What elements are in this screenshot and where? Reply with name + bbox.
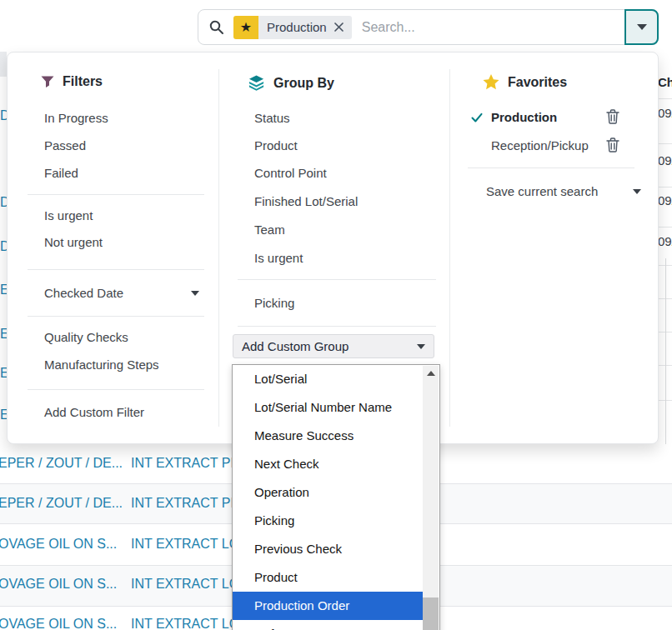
filter-checked-date[interactable]: Checked Date [44,285,199,302]
trash-icon[interactable] [606,109,619,124]
clipped-record-link[interactable]: EN [0,282,7,298]
caret-down-icon [191,291,199,296]
favorite-reception-pickup[interactable]: Reception/Pickup [491,138,589,154]
clipped-record-link[interactable]: D [0,195,7,210]
table-row-divider [657,187,672,188]
background-left-edge [0,52,7,77]
table-row-divider [657,298,672,299]
record-name-link[interactable]: OVAGE OIL ON S... [0,576,117,592]
option-lot-serial-number-name[interactable]: Lot/Serial Number Name [233,393,424,422]
menu-divider [28,316,204,317]
option-production-order[interactable]: Production Order [233,592,424,620]
clipped-record-link[interactable]: D [0,239,7,254]
groupby-team[interactable]: Team [254,222,285,238]
table-row-divider [657,365,672,366]
table-date-cell: 09/ [658,234,672,248]
favorites-title: Favorites [508,75,567,90]
table-date-cell: 09/ [658,193,672,208]
column-divider [449,69,450,427]
groupby-finished-lot-serial[interactable]: Finished Lot/Serial [254,193,358,210]
filter-is-urgent[interactable]: Is urgent [44,208,93,224]
screen: D D D EN EN EN EF Ch 09/ 09/ 09/ 09/ EPE… [0,0,672,630]
caret-down-icon [417,344,425,349]
groupby-title: Group By [273,76,334,91]
groupby-is-urgent[interactable]: Is urgent [254,250,303,267]
table-row-divider [657,332,672,332]
column-divider [218,69,219,427]
check-icon [471,112,483,123]
groupby-header: Group By [248,74,334,92]
layers-icon [248,74,265,92]
record-operation-link[interactable]: INT EXTRACT PE [131,455,239,472]
search-bar[interactable]: ★ Production Search... [198,9,659,45]
option-reference[interactable]: Reference [233,620,424,630]
scroll-up-button[interactable] [423,366,439,380]
add-custom-group-select[interactable]: Add Custom Group [233,334,434,358]
groupby-status[interactable]: Status [254,110,290,127]
scrollbar[interactable] [423,366,439,630]
clipped-record-link[interactable]: EN [0,366,7,381]
record-operation-link[interactable]: INT EXTRACT LO [131,576,239,592]
caret-down-icon [633,189,641,194]
favorites-header: Favorites [483,74,567,90]
menu-divider [28,269,204,270]
clipped-record-link[interactable]: EF [0,408,7,422]
clipped-record-link[interactable]: EN [0,327,7,342]
add-custom-group-label: Add Custom Group [242,339,349,353]
groupby-picking[interactable]: Picking [254,295,294,312]
filters-title: Filters [63,74,103,89]
search-input[interactable]: Search... [362,20,415,35]
option-measure-success[interactable]: Measure Success [233,422,424,450]
record-name-link[interactable]: EPER / ZOUT / DE... [0,495,123,512]
groupby-product[interactable]: Product [254,138,298,154]
table-row-divider [657,400,672,401]
chevron-down-icon [637,24,647,30]
star-icon [483,74,499,90]
table-date-cell: 09/ [658,106,672,120]
option-picking[interactable]: Picking [233,507,424,535]
record-name-link[interactable]: OVAGE OIL ON S... [0,616,117,630]
search-icon [208,19,225,36]
option-lot-serial[interactable]: Lot/Serial [233,365,424,393]
filter-quality-checks[interactable]: Quality Checks [44,329,128,346]
filter-funnel-icon [41,76,54,88]
record-operation-link[interactable]: INT EXTRACT LO [131,536,239,552]
record-operation-link[interactable]: INT EXTRACT LO [131,616,239,630]
scrollbar-thumb[interactable] [423,598,439,630]
menu-divider [468,168,634,168]
trash-icon[interactable] [606,138,619,152]
menu-divider [28,194,204,195]
menu-divider [28,389,204,390]
filter-failed[interactable]: Failed [44,165,78,182]
option-previous-check[interactable]: Previous Check [233,535,424,563]
groupby-control-point[interactable]: Control Point [254,165,327,182]
clipped-record-link[interactable]: D [0,108,7,123]
facet-remove-icon[interactable] [334,22,344,32]
table-row-divider [657,143,672,144]
table-row-divider [657,265,672,266]
filter-passed[interactable]: Passed [44,138,86,154]
filters-header: Filters [41,74,103,89]
save-current-search-label: Save current search [486,183,598,200]
filter-not-urgent[interactable]: Not urgent [44,234,103,251]
custom-group-option-list: Lot/Serial Lot/Serial Number Name Measur… [232,364,440,630]
menu-divider [238,326,436,327]
save-current-search[interactable]: Save current search [486,183,641,200]
favorite-star-icon: ★ [233,16,258,39]
option-product[interactable]: Product [233,563,424,592]
menu-divider [238,279,436,280]
filter-in-progress[interactable]: In Progress [44,110,108,127]
arrow-up-icon [427,371,435,376]
record-operation-link[interactable]: INT EXTRACT PE [131,495,239,512]
table-column-divider [665,258,666,444]
favorite-production[interactable]: Production [491,109,557,126]
option-next-check[interactable]: Next Check [233,450,424,478]
record-name-link[interactable]: EPER / ZOUT / DE... [0,455,123,472]
search-dropdown-toggle[interactable] [624,9,659,45]
table-column-header[interactable]: Ch [658,75,672,89]
option-operation[interactable]: Operation [233,478,424,507]
add-custom-filter[interactable]: Add Custom Filter [44,404,144,421]
search-facet-production[interactable]: ★ Production [233,16,352,39]
filter-manufacturing-steps[interactable]: Manufacturing Steps [44,357,159,373]
record-name-link[interactable]: OVAGE OIL ON S... [0,536,117,552]
